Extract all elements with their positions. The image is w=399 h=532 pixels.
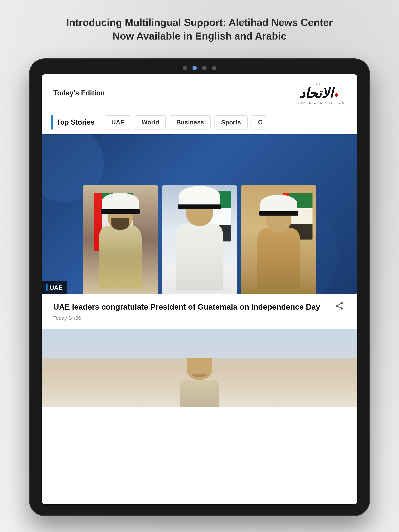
logo-red-dot bbox=[335, 93, 338, 97]
tablet-screen: Today's Edition مركز الاتحاد ALETIHAD NE… bbox=[42, 74, 357, 504]
indicator-dot-3 bbox=[202, 66, 206, 70]
portrait-card-1 bbox=[83, 185, 158, 294]
category-tag-text: UAE bbox=[50, 284, 63, 291]
logo-arabic-top: مركز bbox=[316, 82, 322, 85]
tab-top-stories[interactable]: Top Stories bbox=[51, 115, 101, 129]
logo-arabic-text: الاتحاد bbox=[299, 86, 333, 101]
sky-bg bbox=[42, 329, 357, 358]
tab-culture-partial[interactable]: C bbox=[251, 115, 267, 129]
hero-section: UAE bbox=[42, 134, 357, 294]
tab-world[interactable]: World bbox=[135, 115, 166, 129]
tab-business[interactable]: Business bbox=[170, 115, 211, 129]
person-silhouette-2 bbox=[170, 193, 229, 294]
category-bar bbox=[46, 284, 48, 291]
portrait-card-2 bbox=[162, 185, 237, 294]
indicator-dot-1 bbox=[183, 66, 187, 70]
share-icon bbox=[335, 301, 344, 310]
tab-sports[interactable]: Sports bbox=[214, 115, 247, 129]
article-1-title: UAE leaders congratulate President of Gu… bbox=[53, 302, 346, 312]
logo-tagline: ALETIHAD NEWS CENTER للأخبار bbox=[291, 101, 346, 104]
article-1-timestamp: Today 14:06 bbox=[53, 315, 346, 321]
indicator-dot-2 bbox=[193, 66, 197, 70]
app-header: Today's Edition مركز الاتحاد ALETIHAD NE… bbox=[42, 74, 357, 110]
hero-category-tag: UAE bbox=[42, 281, 67, 294]
person-silhouette-3 bbox=[251, 199, 306, 294]
indicator-dot-4 bbox=[212, 66, 216, 70]
share-button-1[interactable] bbox=[333, 299, 346, 312]
app-logo: مركز الاتحاد ALETIHAD NEWS CENTER للأخبا… bbox=[291, 82, 346, 104]
today-edition-label: Today's Edition bbox=[53, 89, 105, 97]
logo-main-text: الاتحاد bbox=[299, 85, 338, 101]
tablet-device: Today's Edition مركز الاتحاد ALETIHAD NE… bbox=[29, 58, 370, 516]
page-wrapper: Introducing Multilingual Support: Aletih… bbox=[0, 0, 399, 516]
tablet-top-bar bbox=[29, 58, 370, 74]
announcement-text: Introducing Multilingual Support: Aletih… bbox=[47, 16, 352, 43]
nav-tabs: Top Stories UAE World Business Sports C bbox=[42, 110, 357, 134]
tab-uae[interactable]: UAE bbox=[105, 115, 131, 129]
article-1-section: UAE leaders congratulate President of Gu… bbox=[42, 294, 357, 329]
portrait-card-3 bbox=[241, 185, 316, 294]
person-silhouette-1 bbox=[93, 197, 148, 294]
second-article-image bbox=[42, 329, 357, 407]
hero-portraits bbox=[83, 185, 316, 294]
main-content[interactable]: UAE UAE leaders congratulate President o… bbox=[42, 134, 357, 504]
